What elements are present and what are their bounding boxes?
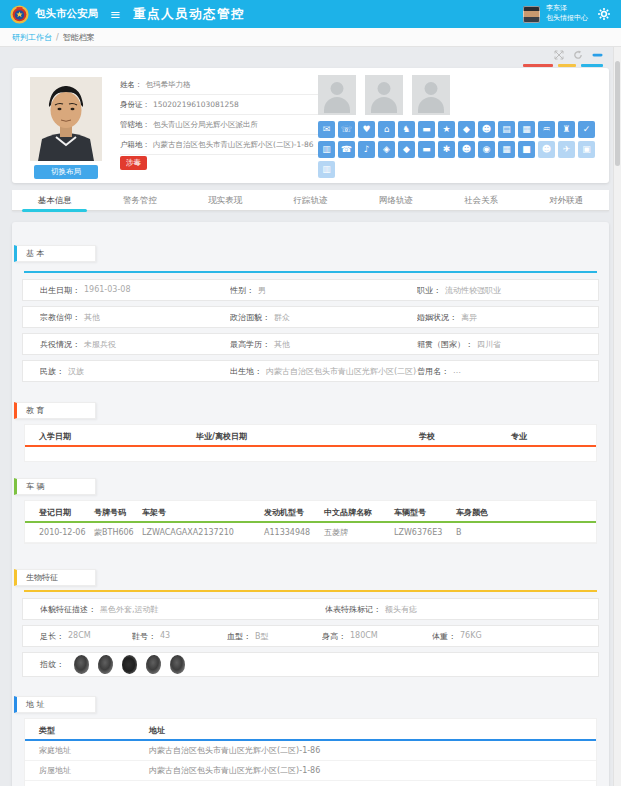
vehicle-table-header: 登记日期 号牌号码 车架号 发动机型号 中文品牌名称 车辆型号 车身颜色 — [25, 501, 596, 521]
home-icon[interactable]: ⌂ — [378, 121, 395, 138]
column-header: 毕业/离校日期 — [196, 431, 419, 442]
column-header: 车身颜色 — [456, 507, 596, 518]
column-header: 登记日期 — [39, 507, 94, 518]
field-value: 离异 — [461, 312, 477, 323]
check-square-icon[interactable]: ✓ — [578, 121, 595, 138]
field-value: 28CM — [68, 631, 91, 642]
top-bar: 包头市公安局 ≡ 重点人员动态管控 李东泽 包头情报中心 — [0, 0, 621, 28]
tab-real-performance[interactable]: 现实表现 — [183, 190, 268, 210]
field-row: 足长：28CM 鞋号：43 血型：B型 身高：180CM 体重：76KG — [22, 625, 599, 647]
taxi-icon[interactable]: ◈ — [378, 141, 395, 158]
scrollbar-track[interactable] — [613, 47, 621, 786]
field-value: 76KG — [460, 631, 482, 642]
field-value: 其他 — [274, 339, 290, 350]
column-header: 号牌号码 — [94, 507, 142, 518]
tab-network-track[interactable]: 网络轨迹 — [353, 190, 438, 210]
cell: LZWACAGAXA2137210 — [142, 528, 264, 537]
icon-row-1: ✉ ☏ ♥ ⌂ ♞ ▬ ★ ◆ ☻ ▤ ▦ ♒ ♜ ✓ — [318, 121, 595, 138]
bureau-name: 包头市公安局 — [35, 7, 98, 21]
field-row: 兵役情况：未服兵役 最高学历：其他 籍贯（国家）：四川省 — [22, 333, 599, 355]
app-title: 重点人员动态管控 — [133, 6, 245, 23]
education-empty-body — [25, 447, 596, 461]
scrollbar-thumb[interactable] — [615, 61, 620, 166]
field-value: 其他 — [84, 312, 100, 323]
cyan-bar — [581, 64, 603, 67]
car-side-icon[interactable]: ◉ — [478, 141, 495, 158]
tab-movement-track[interactable]: 行踪轨迹 — [268, 190, 353, 210]
field-row: 出生日期：1961-03-08 性别：男 职业：流动性较强职业 — [22, 279, 599, 301]
users-icon[interactable]: ♞ — [398, 121, 415, 138]
section-title-biometric: 生物特征 — [14, 569, 96, 586]
user-avatar[interactable] — [523, 6, 540, 23]
cell: B — [456, 528, 596, 537]
user-alert-icon[interactable]: ☻ — [458, 141, 475, 158]
collapse-icon[interactable] — [592, 50, 603, 60]
hotel-icon[interactable]: ▬ — [418, 141, 435, 158]
field-label: 鞋号： — [132, 631, 156, 642]
education-table: 入学日期 毕业/离校日期 学校 专业 — [24, 424, 597, 462]
profile-tabs: 基本信息 警务管控 现实表现 行踪轨迹 网络轨迹 社会关系 对外联通 — [12, 190, 609, 211]
breadcrumb: 研判工作台 / 智能档案 — [0, 28, 621, 47]
basic-info-panel: 基 本 出生日期：1961-03-08 性别：男 职业：流动性较强职业 宗教信仰… — [12, 222, 609, 786]
menu-toggle-icon[interactable]: ≡ — [110, 8, 121, 21]
tab-social-relations[interactable]: 社会关系 — [438, 190, 523, 210]
field-label: 身份证： — [120, 100, 150, 109]
gear-icon[interactable]: ✱ — [438, 141, 455, 158]
settings-gear-icon[interactable] — [597, 7, 611, 21]
tab-basic-info[interactable]: 基本信息 — [12, 190, 97, 210]
tab-label: 警务管控 — [123, 195, 157, 205]
active-tab-underline — [22, 209, 87, 212]
breadcrumb-parent-link[interactable]: 研判工作台 — [12, 32, 52, 43]
field-value: 群众 — [274, 312, 290, 323]
profile-field-household: 户籍地：内蒙古自治区包头市青山区光辉小区(二区)-1-86 — [120, 135, 322, 155]
cell: 房屋地址 — [39, 765, 149, 776]
field-label: 籍贯（国家）： — [417, 339, 473, 350]
expand-icon[interactable] — [554, 50, 564, 60]
id-card-icon[interactable]: ▥ — [318, 141, 335, 158]
tab-label: 对外联通 — [549, 195, 583, 205]
icon-row-3: ▥ — [318, 161, 595, 178]
refresh-icon[interactable] — [573, 50, 583, 60]
user-org: 包头情报中心 — [546, 14, 588, 22]
related-photo-slots — [318, 75, 450, 115]
red-bar — [523, 64, 553, 67]
basic-field-rows: 出生日期：1961-03-08 性别：男 职业：流动性较强职业 宗教信仰：其他 … — [22, 279, 599, 382]
field-label: 宗教信仰： — [40, 312, 80, 323]
user-info[interactable]: 李东泽 包头情报中心 — [546, 4, 588, 24]
field-label: 管辖地： — [120, 120, 150, 129]
bus-icon[interactable]: ■ — [518, 141, 535, 158]
bed-icon[interactable]: ▬ — [418, 121, 435, 138]
column-header: 类型 — [39, 725, 149, 736]
comment-icon[interactable]: ✉ — [318, 121, 335, 138]
field-row: 民族：汉族 出生地：内蒙古自治区包头市青山区光辉小区(二区)-1-86 曾用名：… — [22, 360, 599, 382]
phone-volume-icon[interactable]: ☏ — [338, 121, 355, 138]
car-icon[interactable]: ◆ — [458, 121, 475, 138]
column-header: 地址 — [149, 725, 596, 736]
yellow-bar — [558, 64, 576, 67]
tab-label: 社会关系 — [464, 195, 498, 205]
switch-layout-button[interactable]: 切换布局 — [34, 165, 98, 179]
field-value: B型 — [255, 631, 269, 642]
truck-icon[interactable]: ◆ — [398, 141, 415, 158]
tab-police-control[interactable]: 警务管控 — [97, 190, 182, 210]
field-label: 姓名： — [120, 80, 143, 89]
field-row: 体貌特征描述：黑色外套,运动鞋 体表特殊标记：额头有痣 — [22, 598, 599, 620]
graduation-icon[interactable]: ★ — [438, 121, 455, 138]
phone-icon[interactable]: ☎ — [338, 141, 355, 158]
cell: 五菱牌 — [324, 527, 394, 538]
tab-external-contact[interactable]: 对外联通 — [524, 190, 609, 210]
keyboard-icon[interactable]: ▦ — [498, 141, 515, 158]
field-label: 婚姻状况： — [417, 312, 457, 323]
table-row: 就业地址 内蒙古包头市青山区宏达汽修 — [25, 781, 596, 786]
user-icon[interactable]: ☻ — [478, 121, 495, 138]
cell: 内蒙古自治区包头市青山区光辉小区(二区)-1-86 — [149, 765, 596, 776]
tab-label: 网络轨迹 — [379, 195, 413, 205]
cell: 家庭地址 — [39, 745, 149, 756]
plane-icon: ✈ — [558, 141, 575, 158]
heart-icon[interactable]: ♥ — [358, 121, 375, 138]
file-icon[interactable]: ▤ — [498, 121, 515, 138]
rss-icon[interactable]: ♪ — [358, 141, 375, 158]
bank-icon[interactable]: ♜ — [558, 121, 575, 138]
wifi-icon[interactable]: ♒ — [538, 121, 555, 138]
image-icon[interactable]: ▦ — [518, 121, 535, 138]
